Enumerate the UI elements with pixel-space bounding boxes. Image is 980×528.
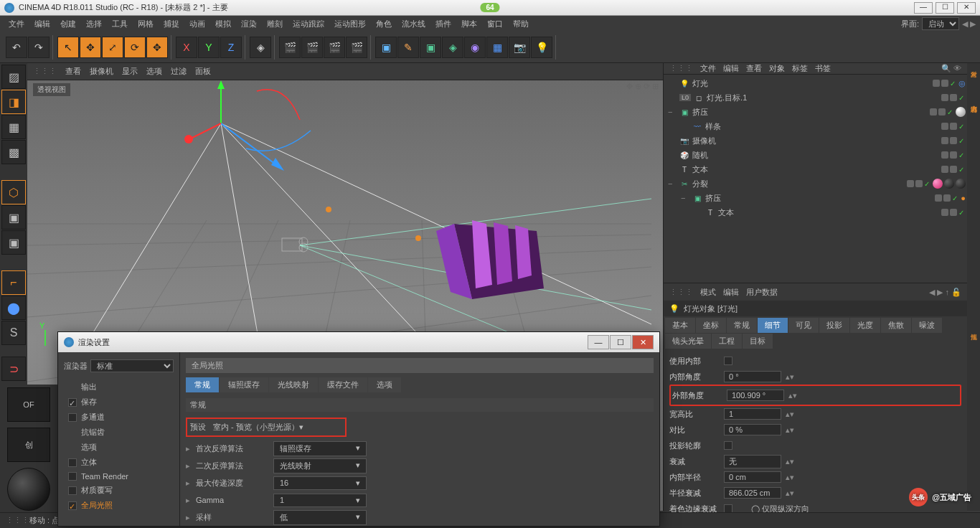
deformer-button[interactable]: ◈ <box>442 37 463 58</box>
menu-12[interactable]: 运动图形 <box>330 17 370 31</box>
gi-prop-value-4[interactable]: 低▾ <box>273 510 367 525</box>
attr-subtab-11[interactable]: 目标 <box>743 334 773 349</box>
viewport-nav-icons[interactable]: ✥ ⊕ ⟳ ⊞ <box>626 82 659 91</box>
attr-subtab-10[interactable]: 工程 <box>712 334 742 349</box>
menu-7[interactable]: 动画 <box>185 17 209 31</box>
attr-subtab-4[interactable]: 可见 <box>788 318 819 333</box>
interface-select[interactable]: 启动 <box>922 17 959 30</box>
dialog-title-bar[interactable]: 渲染设置 — ☐ ✕ <box>58 332 659 352</box>
render-cat-1[interactable]: ✓保存 <box>64 395 174 410</box>
menu-16[interactable]: 脚本 <box>457 17 481 31</box>
material-preview[interactable] <box>7 468 50 511</box>
tree-row-7[interactable]: −✂分裂✓ <box>665 176 966 191</box>
viewport-tab-1[interactable]: 摄像机 <box>90 66 113 77</box>
checkbox[interactable]: ✓ <box>68 501 77 510</box>
model-mode-button[interactable]: ◨ <box>1 90 26 114</box>
edge-tab-3[interactable]: 属性 <box>969 329 979 357</box>
checkbox[interactable] <box>68 472 77 481</box>
viewport-tab-5[interactable]: 面板 <box>195 66 211 77</box>
tree-row-9[interactable]: T文本✓ <box>665 205 966 220</box>
obj-tab-0[interactable]: 文件 <box>700 63 716 74</box>
select-tool[interactable]: ↖ <box>57 37 79 58</box>
obj-tab-3[interactable]: 对象 <box>769 63 785 74</box>
gi-prop-value-1[interactable]: 光线映射▾ <box>273 458 367 473</box>
attr-nav-icons[interactable]: ◀ ▶ ↑ 🔓 <box>929 288 961 297</box>
obj-search-icon[interactable]: 🔍 👁 <box>941 64 961 73</box>
menu-5[interactable]: 网格 <box>133 17 158 31</box>
menu-2[interactable]: 创建 <box>56 17 80 31</box>
menu-10[interactable]: 雕刻 <box>263 17 287 31</box>
dialog-close-button[interactable]: ✕ <box>632 335 654 349</box>
attr-subtab-0[interactable]: 基本 <box>665 318 695 333</box>
checkbox[interactable] <box>68 486 77 495</box>
menu-1[interactable]: 编辑 <box>30 17 55 31</box>
attr-subtab-3[interactable]: 细节 <box>758 318 788 333</box>
generator-button[interactable]: ▣ <box>420 37 441 58</box>
render-view-button[interactable]: 🎬 <box>279 37 301 58</box>
menu-0[interactable]: 文件 <box>4 17 29 31</box>
redo-button[interactable]: ↷ <box>28 37 50 58</box>
material-thumb-2[interactable]: 创 <box>7 428 50 462</box>
point-mode-button[interactable]: ⬡ <box>1 180 26 204</box>
tree-row-6[interactable]: T文本✓ <box>665 162 966 176</box>
spline-pen-button[interactable]: ✎ <box>397 37 419 58</box>
menu-8[interactable]: 模拟 <box>211 17 235 31</box>
layout-arrows-icon[interactable]: ◀ ▶ <box>962 19 976 29</box>
render-cat-5[interactable]: 立体 <box>64 455 174 470</box>
attr-subtab-9[interactable]: 镜头光晕 <box>665 334 711 349</box>
floor-button[interactable]: ▦ <box>486 37 508 58</box>
menu-11[interactable]: 运动跟踪 <box>288 17 329 31</box>
attr-subtab-8[interactable]: 噪波 <box>912 318 942 333</box>
magnet-button[interactable]: ⊃ <box>1 357 26 381</box>
gi-tab-4[interactable]: 选项 <box>368 377 401 392</box>
gi-tab-3[interactable]: 缓存文件 <box>319 377 367 392</box>
tree-row-2[interactable]: −▣挤压✓ <box>665 105 966 119</box>
polygon-mode-button[interactable]: ▣ <box>1 230 26 255</box>
attr-tab-2[interactable]: 用户数据 <box>746 287 778 298</box>
gi-prop-value-3[interactable]: 1▾ <box>273 494 367 507</box>
obj-tab-2[interactable]: 查看 <box>746 63 762 74</box>
menu-4[interactable]: 工具 <box>108 17 132 31</box>
attr-subtab-5[interactable]: 投影 <box>819 318 849 333</box>
axis-x-button[interactable]: X <box>176 37 197 58</box>
checkbox[interactable] <box>68 413 77 422</box>
attr-value-4[interactable]: 0 % <box>724 424 781 435</box>
gi-tab-2[interactable]: 光线映射 <box>269 377 318 392</box>
viewport-tab-2[interactable]: 显示 <box>122 66 138 77</box>
viewport-tab-3[interactable]: 选项 <box>146 66 162 77</box>
attr-value-2[interactable]: 100.909 ° <box>727 390 784 401</box>
tree-row-3[interactable]: 〰样条✓ <box>665 119 966 133</box>
gi-prop-value-2[interactable]: 16▾ <box>273 476 367 490</box>
render-settings-button[interactable]: 🎬 <box>324 37 345 58</box>
gi-tab-0[interactable]: 常规 <box>186 377 219 392</box>
menu-14[interactable]: 流水线 <box>397 17 430 31</box>
material-thumb-1[interactable]: OF <box>7 387 50 422</box>
snap-button[interactable]: S <box>1 321 26 345</box>
menu-17[interactable]: 窗口 <box>483 17 507 31</box>
make-editable-button[interactable]: ▨ <box>1 65 26 89</box>
coord-system-button[interactable]: ◈ <box>250 37 271 58</box>
attr-tab-1[interactable]: 编辑 <box>723 287 739 298</box>
object-tree[interactable]: 💡灯光✓◎L0◻灯光.目标.1✓−▣挤压✓〰样条✓📷摄像机✓🎲随机✓T文本✓−✂… <box>664 75 967 283</box>
render-cat-6[interactable]: Team Render <box>64 470 174 483</box>
attr-value-8[interactable]: 866.025 cm <box>724 487 781 499</box>
gi-tab-1[interactable]: 辐照缓存 <box>220 377 268 392</box>
attr-subtab-6[interactable]: 光度 <box>850 318 880 333</box>
rotate-tool[interactable]: ⟳ <box>124 37 146 58</box>
renderer-select[interactable]: 标准 <box>90 359 174 372</box>
environment-button[interactable]: ◉ <box>464 37 486 58</box>
obj-tab-4[interactable]: 标签 <box>792 63 808 74</box>
maximize-button[interactable]: ☐ <box>936 2 954 14</box>
checkbox[interactable]: ✓ <box>68 398 77 407</box>
undo-button[interactable]: ↶ <box>6 37 27 58</box>
tree-row-0[interactable]: 💡灯光✓◎ <box>665 76 966 90</box>
attr-value-3[interactable]: 1 <box>724 408 781 420</box>
last-tool[interactable]: ✥ <box>146 37 168 58</box>
render-queue-button[interactable]: 🎬 <box>346 37 367 58</box>
menu-9[interactable]: 渲染 <box>237 17 261 31</box>
preset-select[interactable]: 室内 - 预览（小型光源）▾ <box>213 422 342 433</box>
axis-z-button[interactable]: Z <box>220 37 242 58</box>
tree-row-4[interactable]: 📷摄像机✓ <box>665 133 966 148</box>
render-cat-7[interactable]: 材质覆写 <box>64 483 174 498</box>
dialog-minimize-button[interactable]: — <box>588 335 609 349</box>
